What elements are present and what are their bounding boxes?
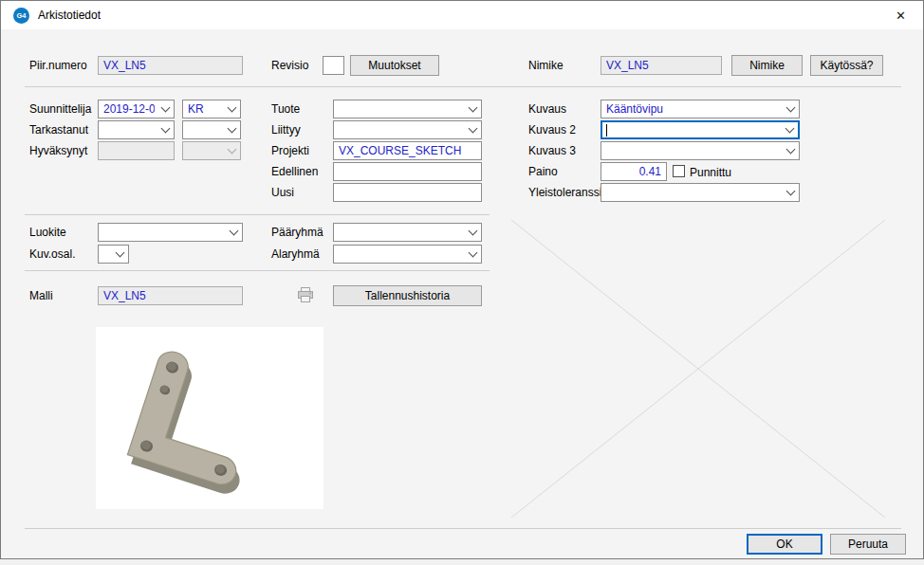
- liittyy-label: Liittyy: [271, 123, 301, 137]
- nimike-label: Nimike: [528, 59, 564, 72]
- kuv-osal-label: Kuv.osal.: [29, 247, 75, 261]
- uusi-label: Uusi: [271, 186, 294, 199]
- piir-numero-value: VX_LN5: [103, 59, 146, 72]
- liittyy-combo[interactable]: [333, 120, 482, 139]
- chevron-down-icon[interactable]: [781, 122, 798, 137]
- kaytossa-button[interactable]: Käytössä?: [810, 55, 883, 76]
- kuvaus-combo[interactable]: Kääntövipu: [601, 100, 800, 118]
- edellinen-field[interactable]: [333, 162, 482, 181]
- title-bar: G4 Arkistotiedot: [1, 1, 923, 29]
- paino-field[interactable]: 0.41: [601, 162, 667, 181]
- suunnittelija-date-value: 2019-12-02: [103, 102, 155, 116]
- alaryhma-combo[interactable]: [333, 245, 482, 264]
- yleistoleranssi-combo[interactable]: [601, 183, 800, 202]
- punnittu-checkbox[interactable]: [673, 165, 685, 177]
- hyvaksynyt-label: Hyväksynyt: [29, 144, 87, 157]
- projekti-field[interactable]: VX_COURSE_SKETCH: [333, 141, 482, 160]
- uusi-field[interactable]: [333, 183, 482, 202]
- tarkastanut-date-combo[interactable]: [98, 120, 175, 139]
- separator: [25, 270, 490, 271]
- paino-value: 0.41: [639, 165, 661, 178]
- archive-info-dialog: G4 Arkistotiedot ✕ Piir.numero VX_LN5 Re…: [0, 0, 924, 559]
- kuv-osal-combo[interactable]: [98, 245, 129, 264]
- ok-button[interactable]: OK: [747, 534, 822, 555]
- tallennushistoria-button[interactable]: Tallennushistoria: [333, 285, 482, 306]
- hyvaksynyt-date-field[interactable]: [98, 141, 175, 160]
- suunnittelija-label: Suunnittelija: [29, 102, 91, 116]
- chevron-down-icon[interactable]: [111, 246, 128, 263]
- paino-label: Paino: [528, 165, 558, 178]
- chevron-down-icon[interactable]: [157, 121, 174, 138]
- tarkastanut-initials-combo[interactable]: [182, 120, 241, 139]
- printer-icon[interactable]: [297, 287, 314, 302]
- separator: [25, 214, 490, 215]
- kuvaus2-label: Kuvaus 2: [528, 123, 576, 137]
- part-preview-image: [96, 327, 323, 509]
- luokite-label: Luokite: [29, 226, 66, 239]
- close-icon[interactable]: ✕: [879, 2, 922, 28]
- chevron-down-icon[interactable]: [157, 100, 174, 118]
- nimike-button[interactable]: Nimike: [731, 55, 803, 76]
- kuvaus2-combo[interactable]: [601, 120, 800, 139]
- punnittu-label: Punnittu: [690, 166, 731, 179]
- chevron-down-icon[interactable]: [464, 246, 481, 263]
- luokite-combo[interactable]: [98, 223, 243, 242]
- preview-cross-icon: [511, 220, 885, 518]
- chevron-down-icon[interactable]: [223, 121, 240, 138]
- suunnittelija-date-combo[interactable]: 2019-12-02: [98, 100, 175, 118]
- chevron-down-icon[interactable]: [464, 224, 481, 241]
- piir-numero-label: Piir.numero: [29, 59, 87, 72]
- edellinen-label: Edellinen: [271, 165, 318, 178]
- revisio-field[interactable]: [323, 56, 344, 75]
- projekti-value: VX_COURSE_SKETCH: [339, 144, 461, 157]
- suunnittelija-initials-combo[interactable]: KR: [182, 100, 241, 118]
- kuvaus3-combo[interactable]: [601, 141, 800, 160]
- paaryhma-label: Pääryhmä: [271, 226, 323, 239]
- nimike-value: VX_LN5: [606, 59, 649, 72]
- kuvaus3-label: Kuvaus 3: [528, 144, 576, 157]
- app-icon: G4: [13, 8, 29, 24]
- separator: [25, 528, 901, 529]
- piir-numero-field[interactable]: VX_LN5: [98, 56, 243, 75]
- chevron-down-icon[interactable]: [782, 100, 799, 118]
- window-title: Arkistotiedot: [38, 9, 101, 22]
- chevron-down-icon[interactable]: [223, 142, 240, 159]
- suunnittelija-initials-value: KR: [188, 102, 204, 116]
- tuote-label: Tuote: [271, 102, 300, 116]
- kuvaus-value: Kääntövipu: [606, 102, 663, 116]
- tarkastanut-label: Tarkastanut: [29, 123, 88, 137]
- tuote-combo[interactable]: [333, 100, 482, 118]
- kuvaus-label: Kuvaus: [528, 102, 566, 116]
- hyvaksynyt-initials-combo[interactable]: [182, 141, 241, 160]
- chevron-down-icon[interactable]: [782, 184, 799, 201]
- malli-field[interactable]: VX_LN5: [98, 286, 243, 305]
- cancel-button[interactable]: Peruuta: [830, 534, 906, 555]
- muutokset-button[interactable]: Muutokset: [350, 55, 439, 76]
- separator: [25, 86, 901, 87]
- text-caret: [606, 124, 607, 137]
- malli-label: Malli: [29, 289, 53, 302]
- preview-placeholder: [511, 220, 885, 518]
- malli-value: VX_LN5: [103, 289, 146, 302]
- chevron-down-icon[interactable]: [464, 121, 481, 138]
- projekti-label: Projekti: [271, 144, 309, 157]
- chevron-down-icon[interactable]: [223, 100, 240, 118]
- chevron-down-icon[interactable]: [464, 100, 481, 118]
- alaryhma-label: Alaryhmä: [271, 247, 320, 261]
- chevron-down-icon[interactable]: [782, 142, 799, 159]
- revisio-label: Revisio: [271, 59, 308, 72]
- chevron-down-icon[interactable]: [225, 224, 242, 241]
- paaryhma-combo[interactable]: [333, 223, 482, 242]
- nimike-field[interactable]: VX_LN5: [601, 56, 722, 75]
- yleistoleranssi-label: Yleistoleranssi: [528, 186, 601, 199]
